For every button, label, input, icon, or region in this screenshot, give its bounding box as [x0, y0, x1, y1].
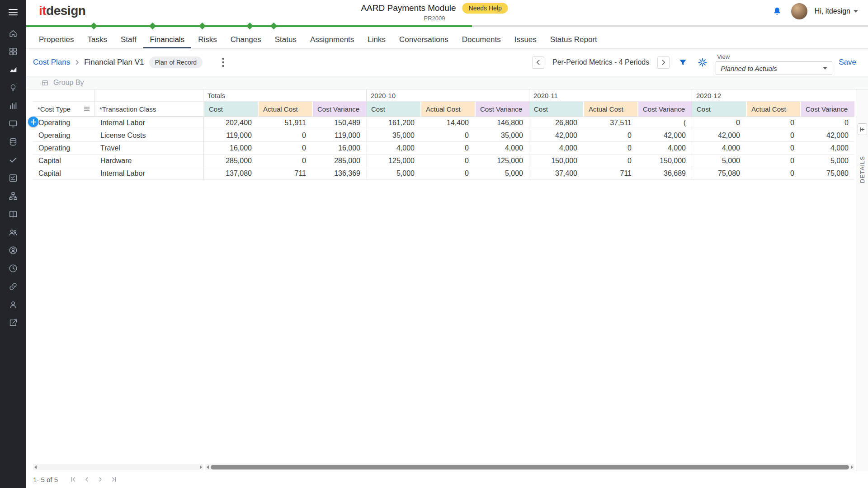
reports-icon[interactable] — [0, 61, 26, 79]
cell-value[interactable]: 4,000 — [800, 142, 854, 154]
cell-transaction-class[interactable]: Internal Labor — [95, 167, 203, 179]
home-icon[interactable] — [0, 24, 26, 42]
cell-value[interactable]: 0 — [746, 167, 800, 179]
tab-issues[interactable]: Issues — [508, 31, 543, 48]
cell-value[interactable]: 119,000 — [312, 129, 366, 141]
header-cost-variance[interactable]: Cost Variance — [637, 102, 692, 117]
cell-value[interactable]: 37,400 — [529, 167, 583, 179]
cell-value[interactable]: 0 — [583, 142, 637, 154]
phase-marker[interactable] — [90, 23, 98, 30]
cell-value[interactable]: 0 — [583, 155, 637, 167]
cell-transaction-class[interactable]: Travel — [95, 142, 203, 154]
cell-value[interactable]: 0 — [420, 129, 475, 141]
cell-value[interactable]: 150,000 — [529, 155, 583, 167]
clock-icon[interactable] — [0, 259, 26, 277]
phase-marker[interactable] — [246, 23, 254, 30]
frozen-pane-scrollbar[interactable] — [33, 464, 203, 470]
checklist-icon[interactable] — [0, 169, 26, 187]
cell-value[interactable]: 4,000 — [637, 142, 692, 154]
scroll-left-icon[interactable] — [34, 465, 37, 469]
table-row[interactable]: Operating Internal Labor 202,400 51,911 … — [33, 117, 854, 129]
monitor-icon[interactable] — [0, 115, 26, 133]
cell-value[interactable]: 0 — [258, 129, 312, 141]
filter-icon[interactable] — [676, 56, 689, 69]
cell-value[interactable]: 0 — [746, 129, 800, 141]
tab-links[interactable]: Links — [361, 31, 392, 48]
cell-value[interactable]: 202,400 — [203, 117, 258, 129]
add-row-button[interactable] — [28, 117, 38, 127]
cell-value[interactable]: 4,000 — [529, 142, 583, 154]
cell-value[interactable]: 150,000 — [637, 155, 692, 167]
hierarchy-icon[interactable] — [0, 187, 26, 205]
cell-value[interactable]: ( — [637, 117, 692, 129]
next-page-icon[interactable] — [95, 474, 106, 485]
cell-value[interactable]: 0 — [746, 117, 800, 129]
header-cost[interactable]: Cost — [692, 102, 746, 117]
tab-financials[interactable]: Financials — [143, 31, 192, 48]
header-actual-cost[interactable]: Actual Cost — [420, 102, 475, 117]
cell-value[interactable]: 146,800 — [475, 117, 529, 129]
header-actual-cost[interactable]: Actual Cost — [583, 102, 637, 117]
cell-value[interactable]: 125,000 — [366, 155, 420, 167]
cell-value[interactable]: 136,369 — [312, 167, 366, 179]
cell-cost-type[interactable]: Operating — [33, 129, 95, 141]
header-cost-type[interactable]: *Cost Type — [33, 102, 95, 117]
bar-chart-icon[interactable] — [0, 97, 26, 115]
cell-value[interactable]: 36,689 — [637, 167, 692, 179]
cell-value[interactable]: 285,000 — [203, 155, 258, 167]
header-cost[interactable]: Cost — [366, 102, 420, 117]
tab-conversations[interactable]: Conversations — [392, 31, 455, 48]
phase-marker[interactable] — [149, 23, 156, 30]
cell-value[interactable]: 0 — [420, 142, 475, 154]
ideas-icon[interactable] — [0, 79, 26, 97]
cell-value[interactable]: 5,000 — [692, 155, 746, 167]
cell-transaction-class[interactable]: Internal Labor — [95, 117, 203, 129]
cell-value[interactable]: 26,800 — [529, 117, 583, 129]
table-row[interactable]: Capital Hardware 285,000 0 285,000 125,0… — [33, 155, 854, 167]
tab-tasks[interactable]: Tasks — [80, 31, 113, 48]
user-badge-icon[interactable] — [0, 296, 26, 314]
tasks-icon[interactable] — [0, 151, 26, 169]
cell-value[interactable]: 0 — [800, 117, 854, 129]
scroll-left-icon[interactable] — [207, 465, 209, 469]
view-select[interactable]: Planned to Actuals — [716, 61, 832, 75]
tab-changes[interactable]: Changes — [224, 31, 268, 48]
knowledge-icon[interactable] — [0, 205, 26, 223]
cell-value[interactable]: 37,511 — [583, 117, 637, 129]
next-period-button[interactable] — [657, 56, 670, 69]
cell-value[interactable]: 125,000 — [475, 155, 529, 167]
cell-value[interactable]: 16,000 — [312, 142, 366, 154]
table-row[interactable]: Capital Internal Labor 137,080 711 136,3… — [33, 167, 854, 180]
cell-value[interactable]: 4,000 — [366, 142, 420, 154]
scroll-right-icon[interactable] — [200, 465, 202, 469]
user-menu[interactable]: Hi, itdesign — [815, 7, 858, 15]
cell-value[interactable]: 0 — [583, 129, 637, 141]
cell-value[interactable]: 42,000 — [529, 129, 583, 141]
user-circle-icon[interactable] — [0, 241, 26, 259]
cell-value[interactable]: 711 — [583, 167, 637, 179]
cell-value[interactable]: 14,400 — [420, 117, 475, 129]
cell-value[interactable]: 137,080 — [203, 167, 258, 179]
cell-cost-type[interactable]: Operating — [33, 117, 95, 129]
period-metrics-selector[interactable]: Per-Period Metrics - 4 Periods — [551, 58, 651, 66]
table-row[interactable]: Operating Travel 16,000 0 16,000 4,000 0… — [33, 142, 854, 155]
cell-value[interactable]: 119,000 — [203, 129, 258, 141]
header-actual-cost[interactable]: Actual Cost — [746, 102, 800, 117]
table-row[interactable]: Operating License Costs 119,000 0 119,00… — [33, 129, 854, 142]
dashboard-icon[interactable] — [0, 42, 26, 61]
cell-cost-type[interactable]: Capital — [33, 155, 95, 167]
cell-value[interactable]: 0 — [258, 155, 312, 167]
menu-icon[interactable] — [0, 0, 26, 24]
header-cost[interactable]: Cost — [529, 102, 583, 117]
grid-horizontal-scrollbar[interactable] — [205, 464, 854, 470]
tab-staff[interactable]: Staff — [114, 31, 143, 48]
details-expand-button[interactable] — [858, 123, 867, 135]
tab-risks[interactable]: Risks — [191, 31, 224, 48]
details-tab[interactable]: DETAILS — [859, 156, 866, 183]
header-cost-variance[interactable]: Cost Variance — [800, 102, 854, 117]
cell-cost-type[interactable]: Operating — [33, 142, 95, 154]
group-by-bar[interactable]: Group By — [26, 76, 868, 89]
cell-value[interactable]: 0 — [746, 155, 800, 167]
last-page-icon[interactable] — [108, 474, 119, 485]
prev-page-icon[interactable] — [81, 474, 92, 485]
